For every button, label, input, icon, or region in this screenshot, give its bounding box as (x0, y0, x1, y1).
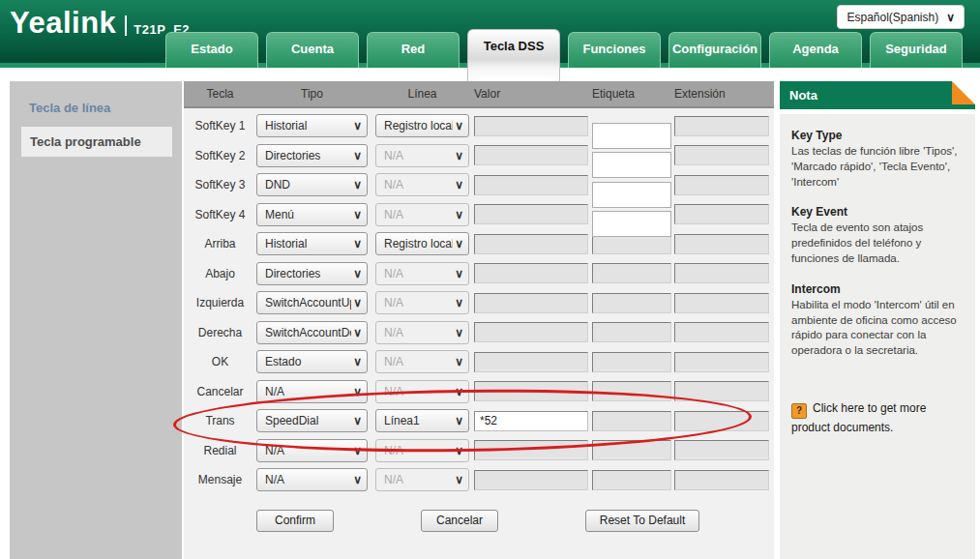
language-select[interactable]: Español(Spanish) ∨ (837, 5, 965, 29)
chevron-down-icon: ∨ (353, 179, 362, 191)
chevron-down-icon: ∨ (455, 474, 463, 485)
note-section-key-event: Key EventTecla de evento son atajos pred… (791, 204, 964, 266)
tab-cuenta[interactable]: Cuenta (266, 32, 359, 68)
header-bar: Yealink T21P_E2 Español(Spanish) ∨ Estad… (0, 0, 980, 68)
type-select[interactable]: SwitchAccountDown∨ (256, 321, 368, 344)
reset-to-default-button[interactable]: Reset To Default (585, 510, 699, 532)
line-select-value: N/A (384, 444, 453, 457)
tab-label: Cuenta (291, 42, 334, 68)
column-header-etiqueta: Etiqueta (592, 87, 671, 101)
type-select[interactable]: N/A∨ (256, 439, 368, 462)
chevron-down-icon: ∨ (353, 297, 362, 309)
value-input (474, 470, 588, 490)
extension-input (674, 145, 769, 165)
line-select: N/A∨ (375, 350, 469, 373)
chevron-down-icon: ∨ (353, 445, 362, 456)
tab-configuracion[interactable]: Configuración (668, 32, 761, 68)
tab-tecla-dss[interactable]: Tecla DSS (467, 29, 560, 81)
column-header-extension: Extensión (674, 87, 769, 101)
label-input[interactable] (592, 182, 671, 208)
key-label: SoftKey 4 (184, 208, 256, 221)
yealink-web-ui: Yealink T21P_E2 Español(Spanish) ∨ Estad… (0, 0, 980, 559)
key-label: Trans (184, 414, 256, 427)
tab-label: Red (401, 42, 426, 68)
tab-agenda[interactable]: Agenda (769, 32, 862, 68)
type-select[interactable]: Historial∨ (256, 114, 368, 137)
line-select: N/A∨ (375, 380, 469, 403)
tab-label: Configuración (672, 42, 757, 68)
type-select-value: N/A (265, 385, 351, 398)
note-section-text: Tecla de evento son atajos predefinidos … (791, 221, 964, 267)
help-link[interactable]: ?Click here to get more product document… (791, 399, 964, 436)
type-select[interactable]: Directories∨ (256, 262, 368, 285)
chevron-down-icon: ∨ (946, 12, 955, 23)
line-select: N/A∨ (375, 173, 469, 196)
line-select-value: N/A (384, 326, 453, 339)
table-row-redial: RedialN/A∨N/A∨ (184, 436, 774, 466)
chevron-down-icon: ∨ (455, 179, 463, 191)
chevron-down-icon: ∨ (455, 297, 463, 309)
table-row-softkey-3: SoftKey 3DND∨N/A∨ (184, 170, 774, 200)
table-row-derecha: DerechaSwitchAccountDown∨N/A∨ (184, 318, 774, 348)
table-row-cancelar: CancelarN/A∨N/A∨ (184, 377, 774, 407)
cancel-button[interactable]: Cancelar (421, 510, 498, 532)
tab-label: Tecla DSS (484, 39, 545, 81)
logo-divider (125, 15, 127, 36)
type-select[interactable]: N/A∨ (256, 380, 368, 403)
value-input (474, 145, 588, 165)
label-input (592, 263, 671, 283)
label-input (592, 381, 671, 401)
table-row-softkey-1: SoftKey 1Historial∨Registro local∨ (184, 111, 774, 141)
type-select[interactable]: Menú∨ (256, 203, 368, 226)
label-input (592, 293, 671, 313)
type-select-value: N/A (265, 473, 351, 486)
label-input (592, 411, 671, 431)
extension-input (674, 293, 769, 313)
sidebar-item-tecla-programable[interactable]: Tecla programable (21, 127, 172, 157)
value-input[interactable] (474, 411, 588, 431)
key-label: OK (184, 355, 256, 368)
line-select: N/A∨ (375, 468, 469, 491)
label-input[interactable] (592, 123, 671, 149)
type-select[interactable]: Estado∨ (256, 350, 368, 373)
chevron-down-icon: ∨ (455, 120, 463, 132)
type-select[interactable]: SpeedDial∨ (256, 409, 368, 432)
type-select[interactable]: N/A∨ (256, 468, 368, 491)
extension-input (674, 234, 769, 254)
tab-red[interactable]: Red (367, 32, 460, 68)
brand: Yealink T21P_E2 (10, 6, 190, 41)
column-header-tipo: Tipo (256, 87, 368, 101)
line-select[interactable]: Registro local∨ (375, 114, 469, 137)
yealink-logo: Yealink (10, 6, 116, 41)
tab-seguridad[interactable]: Seguridad (870, 32, 963, 68)
line-select[interactable]: Registro local∨ (375, 232, 469, 255)
type-select[interactable]: Directories∨ (256, 144, 368, 167)
type-select[interactable]: DND∨ (256, 173, 368, 196)
line-select: N/A∨ (375, 321, 469, 344)
line-select-value: N/A (384, 473, 453, 486)
chevron-down-icon: ∨ (455, 238, 463, 250)
sidebar-item-tecla-de-linea[interactable]: Tecla de línea (10, 93, 182, 123)
line-select-value: N/A (384, 149, 453, 162)
line-select[interactable]: Línea1∨ (375, 409, 469, 432)
table-row-izquierda: IzquierdaSwitchAccountUp∨N/A∨ (184, 288, 774, 318)
type-select-value: Menú (265, 208, 351, 221)
key-label: SoftKey 2 (184, 149, 256, 162)
chevron-down-icon: ∨ (455, 327, 463, 338)
type-select[interactable]: SwitchAccountUp∨ (256, 291, 368, 314)
chevron-down-icon: ∨ (353, 415, 362, 427)
tab-funciones[interactable]: Funciones (568, 32, 661, 68)
type-select[interactable]: Historial∨ (256, 232, 368, 255)
line-select-value: N/A (384, 355, 453, 368)
label-input[interactable] (592, 152, 671, 178)
note-section-heading: Key Event (791, 205, 847, 219)
table-row-softkey-4: SoftKey 4Menú∨N/A∨ (184, 200, 774, 230)
tab-estado[interactable]: Estado (165, 32, 258, 68)
help-link-text: Click here to get more product documents… (791, 401, 926, 434)
confirm-button[interactable]: Confirm (256, 510, 334, 532)
dss-key-table: TeclaTipoLíneaValorEtiquetaExtensión Sof… (184, 81, 774, 559)
question-icon[interactable]: ? (791, 403, 807, 419)
note-body: Key TypeLas teclas de función libre 'Tip… (780, 114, 975, 559)
chevron-down-icon: ∨ (455, 415, 463, 427)
label-input[interactable] (592, 211, 671, 237)
